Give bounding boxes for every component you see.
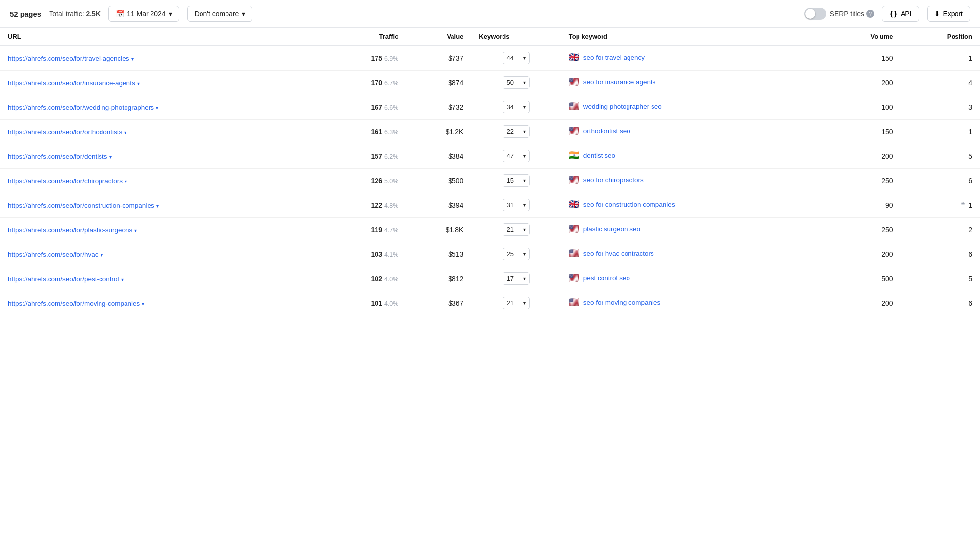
help-icon[interactable]: ? (866, 10, 874, 18)
country-flag: 🇬🇧 (569, 199, 579, 210)
url-cell: https://ahrefs.com/seo/for/chiropractors… (0, 169, 323, 193)
url-expand-icon[interactable]: ▾ (109, 154, 112, 160)
url-expand-icon[interactable]: ▾ (124, 130, 126, 135)
url-expand-icon[interactable]: ▾ (101, 252, 103, 258)
export-button[interactable]: ⬇ Export (927, 6, 970, 22)
keywords-cell: 44▾ (471, 46, 560, 71)
position-container: 4 (909, 79, 972, 87)
position-container: 6 (909, 177, 972, 185)
url-link[interactable]: https://ahrefs.com/seo/for/plastic-surge… (8, 226, 137, 234)
keywords-dropdown[interactable]: 22▾ (503, 125, 530, 138)
top-keyword-link[interactable]: seo for moving companies (583, 299, 661, 306)
url-link[interactable]: https://ahrefs.com/seo/for/chiropractors… (8, 177, 127, 185)
value-cell: $367 (406, 291, 471, 315)
keywords-dropdown[interactable]: 31▾ (503, 199, 530, 211)
position-container: 1 (909, 54, 972, 62)
position-container: 5 (909, 275, 972, 283)
top-keyword-link[interactable]: seo for travel agency (583, 54, 645, 61)
toggle-knob (805, 9, 815, 19)
chevron-down-icon: ▾ (523, 80, 526, 85)
url-link[interactable]: https://ahrefs.com/seo/for/travel-agenci… (8, 55, 134, 62)
url-expand-icon[interactable]: ▾ (125, 179, 127, 184)
date-picker-button[interactable]: 📅 11 Mar 2024 ▾ (108, 6, 179, 22)
top-bar: 52 pages Total traffic: 2.5K 📅 11 Mar 20… (0, 0, 980, 28)
url-link[interactable]: https://ahrefs.com/seo/for/insurance-age… (8, 79, 140, 87)
keywords-dropdown[interactable]: 25▾ (503, 248, 530, 260)
keywords-dropdown[interactable]: 15▾ (503, 174, 530, 187)
volume-cell: 200 (827, 291, 901, 315)
chevron-down-icon: ▾ (169, 10, 172, 18)
url-link[interactable]: https://ahrefs.com/seo/for/orthodontists… (8, 128, 126, 136)
traffic-value: 102 (371, 275, 382, 283)
url-link[interactable]: https://ahrefs.com/seo/for/pest-control … (8, 275, 124, 283)
url-expand-icon[interactable]: ▾ (134, 228, 137, 233)
url-cell: https://ahrefs.com/seo/for/pest-control … (0, 266, 323, 291)
volume-cell: 150 (827, 46, 901, 71)
keywords-dropdown[interactable]: 17▾ (503, 272, 530, 285)
top-keyword-link[interactable]: seo for hvac contractors (583, 250, 654, 257)
api-icon: {} (889, 10, 898, 18)
url-expand-icon[interactable]: ▾ (137, 81, 140, 86)
traffic-value: 103 (371, 250, 382, 258)
url-expand-icon[interactable]: ▾ (156, 105, 158, 111)
total-traffic: Total traffic: 2.5K (49, 10, 101, 18)
url-expand-icon[interactable]: ▾ (131, 56, 134, 62)
traffic-cell: 1265.0% (323, 169, 406, 193)
country-flag: 🇬🇧 (569, 52, 579, 63)
chevron-down-icon: ▾ (523, 129, 526, 134)
url-expand-icon[interactable]: ▾ (142, 301, 144, 307)
keywords-value: 25 (507, 250, 514, 258)
position-value: 5 (968, 275, 972, 283)
api-button[interactable]: {} API (882, 6, 919, 22)
traffic-value: 101 (371, 299, 382, 307)
keywords-dropdown[interactable]: 21▾ (503, 297, 530, 309)
keywords-value: 21 (507, 299, 514, 307)
traffic-cell: 1224.8% (323, 193, 406, 218)
keywords-dropdown[interactable]: 50▾ (503, 76, 530, 89)
top-keyword-link[interactable]: pest control seo (583, 274, 630, 282)
keywords-value: 31 (507, 201, 514, 209)
url-link[interactable]: https://ahrefs.com/seo/for/moving-compan… (8, 300, 144, 307)
top-keyword-cell: 🇬🇧seo for construction companies (561, 193, 827, 216)
url-expand-icon[interactable]: ▾ (121, 277, 124, 282)
compare-button[interactable]: Don't compare ▾ (187, 6, 253, 22)
top-keyword-link[interactable]: seo for insurance agents (583, 78, 656, 86)
keywords-dropdown[interactable]: 44▾ (503, 52, 530, 64)
chevron-down-icon: ▾ (523, 55, 526, 61)
traffic-cell: 1194.7% (323, 218, 406, 242)
position-container: 2 (909, 226, 972, 234)
top-keyword-link[interactable]: plastic surgeon seo (583, 225, 640, 233)
position-value: 6 (968, 250, 972, 258)
url-link[interactable]: https://ahrefs.com/seo/for/wedding-photo… (8, 104, 158, 111)
keywords-cell: 50▾ (471, 71, 560, 95)
table-row: https://ahrefs.com/seo/for/insurance-age… (0, 71, 980, 95)
keywords-dropdown[interactable]: 34▾ (503, 101, 530, 113)
traffic-value: 119 (371, 226, 382, 234)
url-link[interactable]: https://ahrefs.com/seo/for/hvac ▾ (8, 251, 103, 258)
top-keyword-link[interactable]: orthodontist seo (583, 127, 630, 135)
position-value: 5 (968, 152, 972, 160)
traffic-percent: 6.2% (384, 153, 399, 160)
value-cell: $500 (406, 169, 471, 193)
keywords-dropdown[interactable]: 47▾ (503, 150, 530, 162)
url-cell: https://ahrefs.com/seo/for/hvac ▾ (0, 242, 323, 266)
traffic-percent: 4.1% (384, 251, 399, 258)
calendar-icon: 📅 (116, 10, 124, 18)
table-row: https://ahrefs.com/seo/for/dentists ▾157… (0, 144, 980, 169)
top-keyword-link[interactable]: seo for construction companies (583, 201, 675, 208)
serp-titles-toggle[interactable] (804, 8, 826, 20)
chevron-down-icon: ▾ (523, 178, 526, 183)
url-expand-icon[interactable]: ▾ (156, 203, 159, 209)
traffic-percent: 6.9% (384, 55, 399, 62)
chevron-down-icon: ▾ (523, 227, 526, 232)
keywords-dropdown[interactable]: 21▾ (503, 223, 530, 236)
top-keyword-link[interactable]: wedding photographer seo (583, 103, 662, 110)
top-keyword-link[interactable]: dentist seo (583, 152, 615, 159)
url-link[interactable]: https://ahrefs.com/seo/for/dentists ▾ (8, 153, 112, 160)
featured-snippet-icon: ❝ (961, 200, 965, 210)
table-row: https://ahrefs.com/seo/for/hvac ▾1034.1%… (0, 242, 980, 266)
url-link[interactable]: https://ahrefs.com/seo/for/construction-… (8, 202, 159, 209)
top-keyword-link[interactable]: seo for chiropractors (583, 176, 644, 184)
traffic-cell: 1616.3% (323, 120, 406, 144)
col-header-url: URL (0, 28, 323, 46)
